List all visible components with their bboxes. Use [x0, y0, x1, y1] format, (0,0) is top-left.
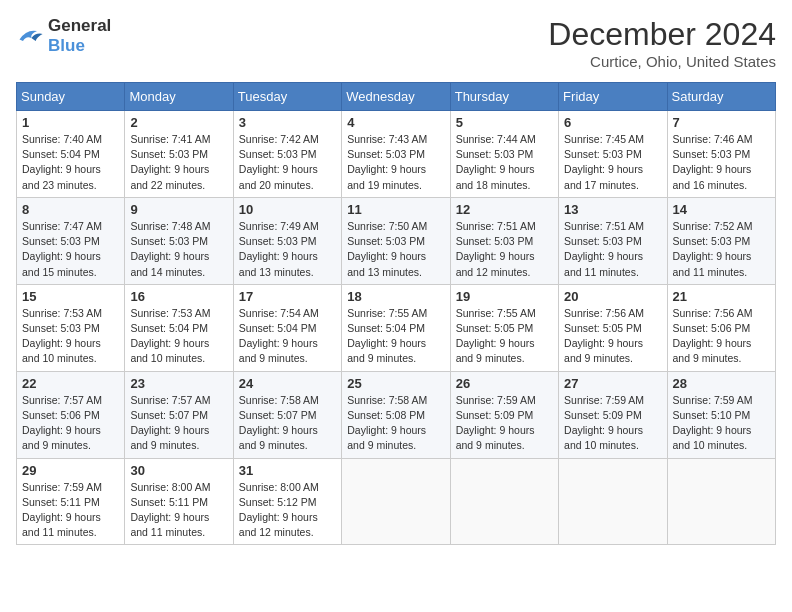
day-number: 23 — [130, 376, 227, 391]
calendar-cell: 27 Sunrise: 7:59 AM Sunset: 5:09 PM Dayl… — [559, 371, 667, 458]
calendar-cell: 24 Sunrise: 7:58 AM Sunset: 5:07 PM Dayl… — [233, 371, 341, 458]
day-number: 15 — [22, 289, 119, 304]
day-info: Sunrise: 7:41 AM Sunset: 5:03 PM Dayligh… — [130, 132, 227, 193]
day-number: 13 — [564, 202, 661, 217]
day-number: 8 — [22, 202, 119, 217]
calendar-cell: 25 Sunrise: 7:58 AM Sunset: 5:08 PM Dayl… — [342, 371, 450, 458]
day-number: 9 — [130, 202, 227, 217]
calendar-cell: 10 Sunrise: 7:49 AM Sunset: 5:03 PM Dayl… — [233, 197, 341, 284]
calendar-week-row: 1 Sunrise: 7:40 AM Sunset: 5:04 PM Dayli… — [17, 111, 776, 198]
month-title: December 2024 — [548, 16, 776, 53]
calendar-cell: 1 Sunrise: 7:40 AM Sunset: 5:04 PM Dayli… — [17, 111, 125, 198]
calendar-cell: 26 Sunrise: 7:59 AM Sunset: 5:09 PM Dayl… — [450, 371, 558, 458]
day-info: Sunrise: 7:59 AM Sunset: 5:11 PM Dayligh… — [22, 480, 119, 541]
day-number: 16 — [130, 289, 227, 304]
day-info: Sunrise: 7:57 AM Sunset: 5:07 PM Dayligh… — [130, 393, 227, 454]
day-info: Sunrise: 7:43 AM Sunset: 5:03 PM Dayligh… — [347, 132, 444, 193]
calendar-cell: 15 Sunrise: 7:53 AM Sunset: 5:03 PM Dayl… — [17, 284, 125, 371]
day-number: 30 — [130, 463, 227, 478]
calendar-cell — [667, 458, 775, 545]
calendar-cell: 22 Sunrise: 7:57 AM Sunset: 5:06 PM Dayl… — [17, 371, 125, 458]
day-number: 1 — [22, 115, 119, 130]
calendar-cell: 8 Sunrise: 7:47 AM Sunset: 5:03 PM Dayli… — [17, 197, 125, 284]
day-info: Sunrise: 7:55 AM Sunset: 5:04 PM Dayligh… — [347, 306, 444, 367]
day-info: Sunrise: 7:53 AM Sunset: 5:03 PM Dayligh… — [22, 306, 119, 367]
day-number: 24 — [239, 376, 336, 391]
day-info: Sunrise: 7:52 AM Sunset: 5:03 PM Dayligh… — [673, 219, 770, 280]
calendar-cell: 5 Sunrise: 7:44 AM Sunset: 5:03 PM Dayli… — [450, 111, 558, 198]
calendar-table: SundayMondayTuesdayWednesdayThursdayFrid… — [16, 82, 776, 545]
calendar-week-row: 22 Sunrise: 7:57 AM Sunset: 5:06 PM Dayl… — [17, 371, 776, 458]
calendar-cell — [450, 458, 558, 545]
day-info: Sunrise: 7:46 AM Sunset: 5:03 PM Dayligh… — [673, 132, 770, 193]
calendar-week-row: 15 Sunrise: 7:53 AM Sunset: 5:03 PM Dayl… — [17, 284, 776, 371]
calendar-cell: 17 Sunrise: 7:54 AM Sunset: 5:04 PM Dayl… — [233, 284, 341, 371]
day-info: Sunrise: 7:58 AM Sunset: 5:07 PM Dayligh… — [239, 393, 336, 454]
day-number: 6 — [564, 115, 661, 130]
day-info: Sunrise: 7:59 AM Sunset: 5:09 PM Dayligh… — [564, 393, 661, 454]
day-info: Sunrise: 7:51 AM Sunset: 5:03 PM Dayligh… — [456, 219, 553, 280]
logo-bird-icon — [16, 25, 44, 47]
day-number: 5 — [456, 115, 553, 130]
calendar-cell: 2 Sunrise: 7:41 AM Sunset: 5:03 PM Dayli… — [125, 111, 233, 198]
logo: General Blue — [16, 16, 111, 56]
column-header-tuesday: Tuesday — [233, 83, 341, 111]
day-number: 3 — [239, 115, 336, 130]
day-number: 18 — [347, 289, 444, 304]
calendar-cell: 12 Sunrise: 7:51 AM Sunset: 5:03 PM Dayl… — [450, 197, 558, 284]
calendar-cell — [342, 458, 450, 545]
day-info: Sunrise: 7:59 AM Sunset: 5:09 PM Dayligh… — [456, 393, 553, 454]
day-number: 28 — [673, 376, 770, 391]
day-info: Sunrise: 7:50 AM Sunset: 5:03 PM Dayligh… — [347, 219, 444, 280]
calendar-cell: 7 Sunrise: 7:46 AM Sunset: 5:03 PM Dayli… — [667, 111, 775, 198]
calendar-cell: 18 Sunrise: 7:55 AM Sunset: 5:04 PM Dayl… — [342, 284, 450, 371]
day-info: Sunrise: 7:48 AM Sunset: 5:03 PM Dayligh… — [130, 219, 227, 280]
calendar-cell: 23 Sunrise: 7:57 AM Sunset: 5:07 PM Dayl… — [125, 371, 233, 458]
day-info: Sunrise: 7:55 AM Sunset: 5:05 PM Dayligh… — [456, 306, 553, 367]
day-info: Sunrise: 7:49 AM Sunset: 5:03 PM Dayligh… — [239, 219, 336, 280]
day-info: Sunrise: 7:51 AM Sunset: 5:03 PM Dayligh… — [564, 219, 661, 280]
day-number: 21 — [673, 289, 770, 304]
location-title: Curtice, Ohio, United States — [548, 53, 776, 70]
day-info: Sunrise: 7:56 AM Sunset: 5:06 PM Dayligh… — [673, 306, 770, 367]
calendar-cell: 16 Sunrise: 7:53 AM Sunset: 5:04 PM Dayl… — [125, 284, 233, 371]
day-number: 10 — [239, 202, 336, 217]
day-info: Sunrise: 7:58 AM Sunset: 5:08 PM Dayligh… — [347, 393, 444, 454]
column-header-sunday: Sunday — [17, 83, 125, 111]
day-number: 2 — [130, 115, 227, 130]
day-info: Sunrise: 7:47 AM Sunset: 5:03 PM Dayligh… — [22, 219, 119, 280]
calendar-cell: 31 Sunrise: 8:00 AM Sunset: 5:12 PM Dayl… — [233, 458, 341, 545]
column-header-friday: Friday — [559, 83, 667, 111]
column-header-monday: Monday — [125, 83, 233, 111]
day-number: 29 — [22, 463, 119, 478]
column-header-wednesday: Wednesday — [342, 83, 450, 111]
day-info: Sunrise: 7:54 AM Sunset: 5:04 PM Dayligh… — [239, 306, 336, 367]
day-info: Sunrise: 7:40 AM Sunset: 5:04 PM Dayligh… — [22, 132, 119, 193]
day-number: 19 — [456, 289, 553, 304]
calendar-week-row: 29 Sunrise: 7:59 AM Sunset: 5:11 PM Dayl… — [17, 458, 776, 545]
calendar-cell: 21 Sunrise: 7:56 AM Sunset: 5:06 PM Dayl… — [667, 284, 775, 371]
day-info: Sunrise: 8:00 AM Sunset: 5:12 PM Dayligh… — [239, 480, 336, 541]
day-number: 26 — [456, 376, 553, 391]
calendar-cell: 30 Sunrise: 8:00 AM Sunset: 5:11 PM Dayl… — [125, 458, 233, 545]
calendar-cell: 3 Sunrise: 7:42 AM Sunset: 5:03 PM Dayli… — [233, 111, 341, 198]
calendar-cell: 11 Sunrise: 7:50 AM Sunset: 5:03 PM Dayl… — [342, 197, 450, 284]
calendar-week-row: 8 Sunrise: 7:47 AM Sunset: 5:03 PM Dayli… — [17, 197, 776, 284]
title-block: December 2024 Curtice, Ohio, United Stat… — [548, 16, 776, 70]
calendar-cell: 14 Sunrise: 7:52 AM Sunset: 5:03 PM Dayl… — [667, 197, 775, 284]
day-info: Sunrise: 7:45 AM Sunset: 5:03 PM Dayligh… — [564, 132, 661, 193]
calendar-cell — [559, 458, 667, 545]
column-header-thursday: Thursday — [450, 83, 558, 111]
day-number: 11 — [347, 202, 444, 217]
calendar-cell: 4 Sunrise: 7:43 AM Sunset: 5:03 PM Dayli… — [342, 111, 450, 198]
day-info: Sunrise: 8:00 AM Sunset: 5:11 PM Dayligh… — [130, 480, 227, 541]
calendar-cell: 9 Sunrise: 7:48 AM Sunset: 5:03 PM Dayli… — [125, 197, 233, 284]
day-info: Sunrise: 7:42 AM Sunset: 5:03 PM Dayligh… — [239, 132, 336, 193]
day-number: 27 — [564, 376, 661, 391]
day-number: 31 — [239, 463, 336, 478]
day-number: 14 — [673, 202, 770, 217]
calendar-cell: 28 Sunrise: 7:59 AM Sunset: 5:10 PM Dayl… — [667, 371, 775, 458]
day-number: 25 — [347, 376, 444, 391]
day-info: Sunrise: 7:56 AM Sunset: 5:05 PM Dayligh… — [564, 306, 661, 367]
day-number: 20 — [564, 289, 661, 304]
